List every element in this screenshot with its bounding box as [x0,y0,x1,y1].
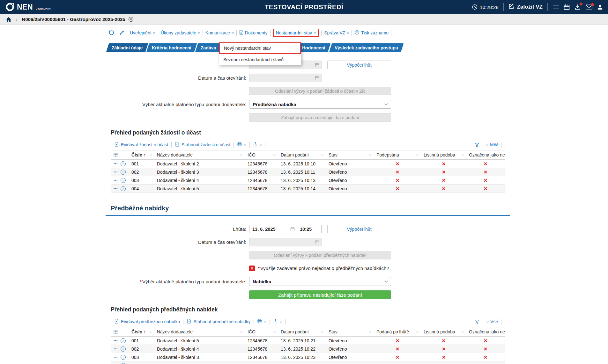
menu-button[interactable] [552,4,559,10]
print-table-button[interactable]: ▽ [237,142,246,148]
printer-icon [237,142,242,148]
cell-stav: Otevřeno [326,176,374,185]
vypocet-lhut-button[interactable]: Výpočet lhůt [327,225,391,233]
menu-ukony-zadavatele[interactable]: Úkony zadavatele▽ [161,30,200,35]
column-header-ico[interactable]: IČO▽ [245,327,278,337]
view-selector[interactable]: ▽ MW [486,142,498,147]
column-settings-header[interactable] [111,150,129,160]
submission-type-select[interactable]: Předběžná nabídka [249,100,391,109]
info-icon[interactable]: i [121,186,126,191]
export-table-button[interactable]: ▽ [273,319,282,324]
dropdown-item-seznam-nestandardnich-stavu[interactable]: Seznam nestandardních stavů [219,54,301,65]
column-header-podepsana[interactable]: Podepsána▽ [374,150,421,160]
submission-type-select[interactable]: Nabídka [249,277,391,286]
more-options-icon[interactable]: ••• [114,170,118,174]
info-icon[interactable]: i [121,161,126,166]
deadline-datetime-input[interactable]: 13. 6. 2025 10:25 [249,225,322,233]
tab-kriteria-hodnoceni[interactable]: Kritéria hodnocení [146,43,197,52]
more-options-icon[interactable]: ••• [114,178,118,182]
dropdown-caret-icon: ▽ [486,320,489,324]
vypocet-lhut-button[interactable]: Výpočet lhůt [327,61,391,69]
filter-caret-icon: ▽ [416,330,419,333]
tab-vysledek[interactable]: Výsledek zadávacího postupu [329,43,404,52]
cell-ico: 12345678 [245,168,278,176]
deadline-time-value[interactable]: 10:25 [297,227,321,232]
info-icon[interactable]: i [121,355,126,360]
messages-button[interactable] [586,4,592,10]
home-button[interactable] [6,17,11,22]
cell-nazev: Dodavatel - školení 3 [154,353,245,361]
create-vz-button[interactable]: Založit VZ [508,3,543,11]
cell-actions: •••i [111,337,129,345]
menu-tisk-zaznamu[interactable]: Tisk záznamu [354,30,389,36]
more-options-icon[interactable]: ••• [114,187,118,190]
print-table-button[interactable]: ▽ [257,319,266,324]
calendar-button[interactable] [564,4,570,10]
register-offer-button[interactable]: Evidovat předběžnou nabídku [114,319,180,324]
tab-bar: Základní údaje Kritéria hodnocení Zadáva… [106,43,510,52]
tab-hodnoceni[interactable]: Hodnocení [297,43,331,52]
column-header-cislo[interactable]: Číslo↑▽ [129,150,154,160]
profile-button[interactable] [597,4,603,10]
info-icon[interactable]: i [121,338,126,343]
separator [234,142,234,148]
filter-icon[interactable] [475,319,480,324]
sort-asc-icon: ↑ [144,329,146,334]
download-applications-button[interactable]: Stáhnout žádosti o účast [175,142,230,148]
checkbox-no-icon[interactable]: × [249,266,255,271]
tab-zakladni-udaje[interactable]: Základní údaje [106,43,148,52]
dropdown-item-novy-nestandardni-stav[interactable]: Nový nestandardní stav [219,42,301,54]
export-table-button[interactable]: ▽ [253,142,262,148]
breadcrumb-item[interactable]: N006/25/V00005601 - Gastroprovoz 2025-20… [22,17,133,22]
register-application-button[interactable]: Evidovat žádost o účast [114,142,168,148]
nen-logo-icon[interactable] [5,2,15,12]
open-datetime-input-disabled [249,74,322,82]
column-header-listinna[interactable]: Listinná podoba▽ [421,327,466,337]
column-header-stav[interactable]: Stav▽ [326,327,374,337]
next-phase-button[interactable]: Zahájit přípravu následující fáze podání [249,290,391,299]
menu-dokumenty[interactable]: Dokumenty [239,30,268,36]
info-icon[interactable]: i [121,346,126,352]
download-offers-button[interactable]: Stáhnout předběžné nabídky [187,319,250,324]
calendar-icon[interactable] [290,227,295,231]
column-header-stav[interactable]: Stav▽ [326,150,374,160]
close-record-button[interactable] [128,17,134,22]
column-header-oznacena[interactable]: Označena jako nep [466,327,505,337]
column-header-oznacena[interactable]: Označena jako ne [466,150,505,160]
downloads-button[interactable] [575,4,581,10]
separator [171,142,172,148]
send-request-button-disabled: Odeslání výzvy k podání předběžných nabí… [249,251,391,259]
more-options-icon[interactable]: ••• [114,162,118,165]
more-options-icon[interactable]: ••• [114,339,118,342]
info-icon[interactable]: i [121,178,126,183]
column-header-listinna[interactable]: Listinná podoba▽ [421,150,466,160]
column-header-datum[interactable]: Datum podání▽ [278,327,326,337]
field-label: Výběr aktuálně platného typu podání doda… [106,102,249,107]
menu-nestandardni-stav[interactable]: Nestandardní stav▽ [276,30,316,35]
column-header-datum[interactable]: Datum podání▽ [278,150,326,160]
column-header-nazev[interactable]: Název dodavatele▽ [154,327,245,337]
info-icon[interactable]: i [121,363,126,364]
more-options-icon[interactable]: ••• [114,347,118,351]
column-header-nazev[interactable]: Název dodavatele▽ [154,150,245,160]
menu-sprava-vz[interactable]: Správa VZ▽ [324,30,349,35]
more-options-icon[interactable]: ••• [114,355,118,359]
column-header-cislo[interactable]: Číslo↑▽ [129,327,154,337]
cell-actions: •••i [111,176,129,185]
column-header-podana-po-lhute[interactable]: Podaná po lhůtě▽ [374,327,421,337]
separator [391,30,391,36]
history-button[interactable] [109,30,114,35]
chevron-right-icon: › [16,16,18,22]
edit-button[interactable] [120,30,124,35]
column-header-ico[interactable]: IČO▽ [245,150,278,160]
column-settings-header[interactable] [111,327,129,337]
deadline-date-value[interactable]: 13. 6. 2025 [249,227,290,232]
table-row: •••i 001 Dodavatel - školení 2 12345678 … [111,160,505,168]
info-icon[interactable]: i [121,170,126,175]
separator [321,30,322,36]
filter-icon[interactable] [474,142,479,147]
view-selector[interactable]: ▽ Vše [486,319,498,324]
menu-uverejneni[interactable]: Uveřejnění▽ [130,30,155,35]
tab-zadavaci[interactable]: Zadáva [195,43,221,52]
menu-komunikace[interactable]: Komunikace▽ [205,30,234,35]
